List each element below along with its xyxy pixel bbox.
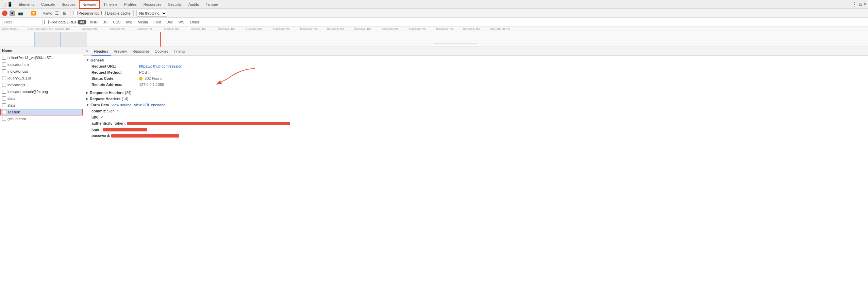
record-button[interactable] — [2, 11, 7, 16]
remote-address-key: Remote Address: — [91, 82, 139, 87]
list-item[interactable]: stats — [0, 102, 83, 109]
detail-tab-headers[interactable]: Headers — [91, 47, 111, 56]
list-item[interactable]: session — [0, 109, 83, 115]
tl-1: 100 ms300000 ms — [27, 27, 54, 31]
tab-console[interactable]: Console — [38, 0, 58, 9]
request-checkbox-9[interactable] — [2, 117, 6, 121]
detail-tab-response[interactable]: Response — [130, 47, 152, 56]
tab-profiles[interactable]: Profiles — [121, 0, 140, 9]
request-url-val[interactable]: https://github.com/session — [139, 64, 182, 69]
view-url-encoded-link[interactable]: view URL encoded — [134, 103, 165, 107]
filter-ws-btn[interactable]: WS — [176, 20, 186, 24]
detail-tab-preview[interactable]: Preview — [111, 47, 130, 56]
filter-icon[interactable]: 🔽 — [30, 10, 37, 16]
detail-tab-cookies[interactable]: Cookies — [152, 47, 171, 56]
request-name-0: collect?v=1&_v=j30&a=57... — [7, 56, 81, 60]
filter-js-btn[interactable]: JS — [101, 20, 110, 24]
list-item[interactable]: indicator.css — [0, 68, 83, 75]
filter-media-btn[interactable]: Media — [136, 20, 150, 24]
hide-data-urls-label[interactable]: Hide data URLs — [44, 20, 76, 24]
close-detail-button[interactable]: × — [85, 49, 90, 54]
view-label: View: — [43, 11, 52, 15]
request-checkbox-3[interactable] — [2, 76, 6, 80]
tl-9: b100000 ms — [245, 27, 272, 31]
filter-css-btn[interactable]: CSS — [111, 20, 123, 24]
list-item[interactable]: stats — [0, 95, 83, 102]
filter-input[interactable] — [2, 19, 43, 25]
list-item[interactable]: collect?v=1&_v=j30&a=57... — [0, 54, 83, 61]
inspect-icon[interactable]: ⬚ — [1, 2, 6, 7]
divider4 — [133, 11, 134, 16]
list-item[interactable]: indicator-couch@2x.png — [0, 88, 83, 95]
filter-font-btn[interactable]: Font — [151, 20, 163, 24]
general-section-header[interactable]: ▼ General — [86, 57, 865, 63]
timeline: 00000 ms200 100 ms300000 ms 400000 ms 50… — [0, 26, 868, 47]
utf8-row: utf8: ✓ — [91, 114, 865, 120]
detail-tab-timing[interactable]: Timing — [171, 47, 188, 56]
device-icon[interactable]: 📱 — [7, 2, 13, 7]
view-source-link[interactable]: view source — [112, 103, 131, 107]
filter-all-btn[interactable]: All — [78, 20, 86, 24]
request-method-val: POST — [139, 70, 149, 75]
stop-record-button[interactable]: ■ — [10, 11, 15, 16]
disable-cache-checkbox[interactable] — [101, 11, 106, 15]
request-checkbox-5[interactable] — [2, 90, 6, 94]
detach-icon[interactable]: ⧉ — [859, 2, 862, 7]
view-list-icon[interactable]: ☰ — [54, 10, 60, 16]
filter-doc-btn[interactable]: Doc — [164, 20, 175, 24]
list-item[interactable]: jquery-1.9.1.js — [0, 75, 83, 81]
status-code-key: Status Code: — [91, 76, 139, 81]
tab-security[interactable]: Security — [165, 0, 185, 9]
request-checkbox-1[interactable] — [2, 62, 6, 67]
request-checkbox-7[interactable] — [2, 103, 6, 107]
response-headers-section-header[interactable]: ▶ Response Headers (24) — [86, 90, 865, 96]
request-checkbox-8[interactable] — [2, 110, 6, 114]
throttle-select[interactable]: No throttling — [136, 10, 167, 17]
request-url-key: Request URL: — [91, 64, 139, 69]
request-checkbox-4[interactable] — [2, 83, 6, 87]
tab-audits[interactable]: Audits — [185, 0, 202, 9]
filter-img-btn[interactable]: Img — [124, 20, 134, 24]
status-dot — [139, 77, 143, 80]
tab-resources[interactable]: Resources — [140, 0, 165, 9]
filter-other-btn[interactable]: Other — [188, 20, 201, 24]
list-item[interactable]: indicator.html — [0, 61, 83, 68]
request-checkbox-6[interactable] — [2, 96, 6, 101]
tab-network[interactable]: Network — [79, 0, 100, 9]
tl-15: b700000 ms — [408, 27, 435, 31]
detail-tabs: × Headers Preview Response Cookies Timin… — [83, 47, 868, 56]
request-headers-count: (14) — [122, 97, 129, 101]
hide-data-urls-checkbox[interactable] — [44, 20, 49, 24]
tab-sources[interactable]: Sources — [58, 0, 79, 9]
list-item[interactable]: indicator.js — [0, 81, 83, 88]
general-section: ▼ General Request URL: https://github.co… — [86, 57, 865, 88]
tab-elements[interactable]: Elements — [15, 0, 38, 9]
response-headers-count: (24) — [125, 91, 132, 95]
view-grid-icon[interactable]: ⊞ — [62, 10, 67, 16]
request-headers-section-header[interactable]: ▶ Request Headers (14) — [86, 96, 865, 102]
camera-icon[interactable]: 📷 — [17, 10, 24, 16]
preserve-log-checkbox[interactable] — [73, 11, 78, 15]
request-checkbox-2[interactable] — [2, 69, 6, 73]
login-key: login: — [91, 127, 102, 131]
authenticity-token-key: authenticity_token: — [91, 121, 126, 125]
status-code-val: 302 Found — [139, 76, 163, 81]
request-checkbox-0[interactable] — [2, 56, 6, 60]
more-options-icon[interactable]: ⋮ — [852, 1, 857, 7]
form-data-section-header[interactable]: ▼ Form Data view source view URL encoded — [86, 102, 865, 108]
response-headers-triangle-icon: ▶ — [86, 91, 88, 94]
tab-tamper[interactable]: Tamper — [202, 0, 222, 9]
close-devtools-icon[interactable]: ✕ — [863, 2, 867, 7]
filter-xhr-btn[interactable]: XHR — [88, 20, 100, 24]
tab-timeline[interactable]: Timeline — [100, 0, 121, 9]
request-name-6: stats — [7, 96, 81, 101]
commit-row: commit: Sign in — [91, 108, 865, 114]
preserve-log-label[interactable]: Preserve log — [73, 11, 100, 15]
disable-cache-label[interactable]: Disable cache — [101, 11, 130, 15]
tl-3: 500000 ms — [82, 27, 109, 31]
list-item[interactable]: github.com — [0, 115, 83, 122]
password-redacted — [111, 134, 179, 138]
form-data-body: commit: Sign in utf8: ✓ authenticity_tok… — [86, 108, 865, 139]
tl-18: m2000000 ms — [490, 27, 517, 31]
response-headers-title: Response Headers — [90, 91, 123, 95]
